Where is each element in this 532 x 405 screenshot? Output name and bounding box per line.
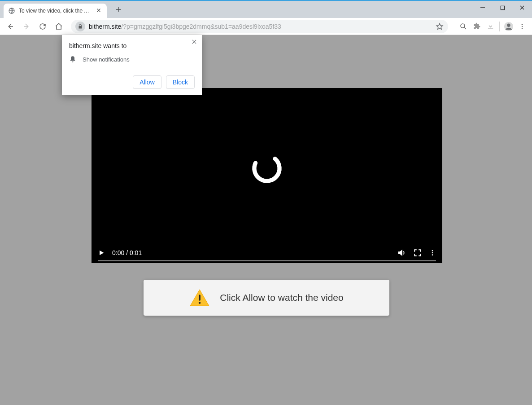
svg-point-13 xyxy=(199,302,201,304)
loading-spinner-icon xyxy=(249,151,284,186)
bell-icon xyxy=(69,56,76,63)
back-button[interactable] xyxy=(4,20,17,33)
new-tab-button[interactable] xyxy=(112,3,125,16)
warning-icon xyxy=(189,289,210,307)
downloads-icon[interactable] xyxy=(484,20,497,33)
minimize-button[interactable] xyxy=(473,1,493,14)
block-button[interactable]: Block xyxy=(166,75,195,89)
browser-toolbar: bitherm.site/?p=gmzggzlfgi5gi3bpge2dmmq&… xyxy=(0,18,532,35)
permission-item: Show notifications xyxy=(69,56,195,63)
video-menu-icon[interactable] xyxy=(429,249,436,257)
svg-point-6 xyxy=(522,26,523,26)
svg-point-9 xyxy=(432,250,433,251)
browser-tab[interactable]: To view the video, click the Allow xyxy=(4,4,107,18)
permission-item-label: Show notifications xyxy=(83,56,130,63)
profile-avatar-icon[interactable] xyxy=(502,20,515,33)
browser-titlebar: To view the video, click the Allow xyxy=(0,0,532,18)
play-icon[interactable] xyxy=(98,249,105,257)
window-controls xyxy=(473,1,532,14)
svg-point-2 xyxy=(461,24,465,28)
toolbar-right xyxy=(457,20,528,33)
volume-icon[interactable] xyxy=(397,248,406,258)
svg-point-8 xyxy=(249,151,284,186)
zoom-icon[interactable] xyxy=(457,20,470,33)
fullscreen-icon[interactable] xyxy=(414,249,422,257)
menu-kebab-icon[interactable] xyxy=(516,20,528,33)
svg-point-11 xyxy=(432,254,433,255)
svg-point-7 xyxy=(522,28,523,29)
tab-title: To view the video, click the Allow xyxy=(19,8,92,14)
url-host: bitherm.site xyxy=(89,23,121,30)
bookmark-star-icon[interactable] xyxy=(436,22,444,31)
svg-point-4 xyxy=(507,23,510,26)
svg-point-5 xyxy=(522,24,523,25)
video-time: 0:00 / 0:01 xyxy=(112,249,142,256)
video-player[interactable]: 0:00 / 0:01 xyxy=(92,88,442,263)
separator xyxy=(499,22,500,31)
close-icon[interactable] xyxy=(96,8,102,14)
allow-button[interactable]: Allow xyxy=(133,75,161,89)
address-bar[interactable]: bitherm.site/?p=gmzggzlfgi5gi3bpge2dmmq&… xyxy=(71,20,448,33)
svg-point-10 xyxy=(432,252,433,254)
instruction-text: Click Allow to watch the video xyxy=(220,292,343,303)
video-progress-bar[interactable] xyxy=(98,260,436,261)
svg-rect-12 xyxy=(199,295,201,300)
extension-icon[interactable] xyxy=(471,20,483,33)
reload-button[interactable] xyxy=(36,20,49,33)
close-icon[interactable] xyxy=(191,39,197,45)
forward-button xyxy=(20,20,33,33)
svg-rect-1 xyxy=(501,6,504,9)
window-close-button[interactable] xyxy=(512,1,532,14)
url-path: /?p=gmzggzlfgi5gi3bpge2dmmq&sub1=aa9desl… xyxy=(121,23,281,30)
url-text: bitherm.site/?p=gmzggzlfgi5gi3bpge2dmmq&… xyxy=(89,23,432,30)
lock-icon[interactable] xyxy=(75,22,85,31)
notification-permission-dialog: bitherm.site wants to Show notifications… xyxy=(62,35,202,95)
instruction-banner: Click Allow to watch the video xyxy=(144,280,389,316)
home-button[interactable] xyxy=(52,20,65,33)
globe-icon xyxy=(8,7,15,14)
video-controls: 0:00 / 0:01 xyxy=(98,248,436,258)
permission-title: bitherm.site wants to xyxy=(69,42,195,49)
maximize-button[interactable] xyxy=(493,1,512,14)
